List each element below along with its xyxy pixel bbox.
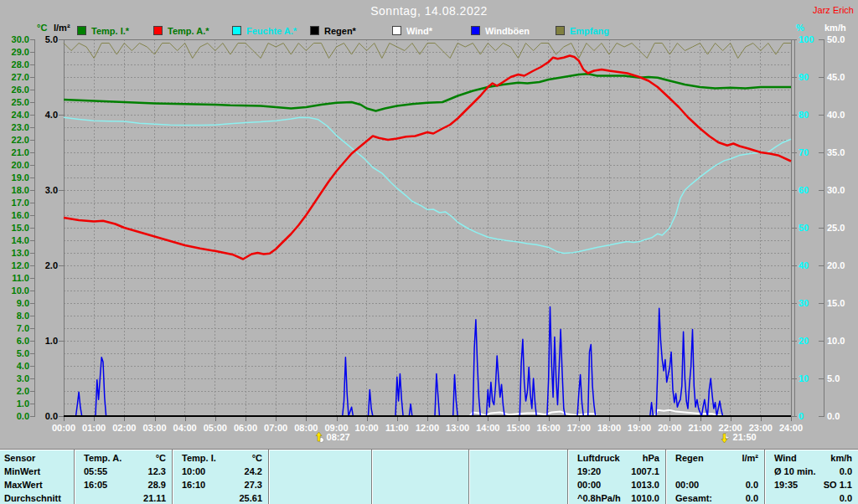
table-cell-row: Ø 10 min.0.0 xyxy=(765,465,858,478)
table-cell-row: 0.0 xyxy=(765,491,858,504)
cell-time: 19:35 xyxy=(774,478,798,491)
table-column-regen: Regenl/m²00:000.0Gesamt:0.0 xyxy=(665,450,764,504)
humidity-axis-tick: 100 xyxy=(799,34,819,45)
temp-axis-tick: 24.0 xyxy=(2,110,29,121)
x-axis-tick: 19:00 xyxy=(623,423,656,433)
table-row-label: Sensor xyxy=(0,451,74,465)
temp-axis-tick: 3.0 xyxy=(2,373,29,384)
legend-label: Windböen xyxy=(485,26,530,36)
weather-station-screen: Sonntag, 14.08.2022 Jarz Erich °C l/m² %… xyxy=(0,0,858,504)
column-unit: °C xyxy=(156,451,166,465)
temp-axis-tick: 27.0 xyxy=(2,72,29,83)
table-cell-row xyxy=(666,465,764,478)
table-column-header: Regenl/m² xyxy=(666,451,764,465)
column-unit: l/m² xyxy=(742,451,758,465)
legend-swatch-icon xyxy=(310,26,319,35)
table-column-header: Temp. A.°C xyxy=(75,451,172,465)
wind-axis-tick: 25.0 xyxy=(827,223,852,234)
table-cell-row xyxy=(469,465,567,478)
wind-axis-tick: 10.0 xyxy=(827,336,852,347)
table-column-header xyxy=(372,451,468,465)
temp-axis-tick: 25.0 xyxy=(2,97,29,108)
temp-axis-tick: 26.0 xyxy=(2,85,29,95)
temp-axis-tick: 6.0 xyxy=(2,336,29,347)
table-cell-row: 00:000.0 xyxy=(666,478,764,491)
page-title: Sonntag, 14.08.2022 xyxy=(0,4,858,18)
wind-axis-tick: 15.0 xyxy=(827,298,852,309)
right-axis-unit-percent: % xyxy=(796,23,804,33)
cell-time: Ø 10 min. xyxy=(774,465,816,478)
cell-time: 00:00 xyxy=(577,478,601,491)
cell-value: 0.0 xyxy=(746,491,758,504)
table-column-wind: Windkm/hØ 10 min.0.019:35SO 1.10.0 xyxy=(764,450,858,504)
temp-axis-tick: 11.0 xyxy=(2,273,29,284)
x-axis-tick: 10:00 xyxy=(350,423,384,433)
x-axis-tick: 13:00 xyxy=(441,423,474,433)
x-axis-tick: 07:00 xyxy=(259,423,292,433)
humidity-axis-tick: 20 xyxy=(799,336,819,347)
wind-axis-tick: 5.0 xyxy=(827,373,852,384)
sunrise-marker: 08:27 xyxy=(315,432,350,443)
legend-item-empfang: Empfang xyxy=(556,25,609,36)
table-column-header xyxy=(469,451,567,465)
temp-axis-tick: 12.0 xyxy=(2,260,29,271)
rain-axis-tick: 4.0 xyxy=(39,110,58,121)
table-cell-row xyxy=(269,478,371,491)
table-cell-row: 00:001013.0 xyxy=(568,478,665,491)
temp-axis-tick: 29.0 xyxy=(2,47,29,58)
x-axis-tick: 11:00 xyxy=(380,423,414,433)
cell-time: 16:10 xyxy=(182,478,205,491)
cell-time: 19:20 xyxy=(577,465,601,478)
rain-axis-tick: 5.0 xyxy=(39,34,58,45)
temp-axis-tick: 17.0 xyxy=(2,198,29,208)
table-cell-row: Gesamt:0.0 xyxy=(666,491,764,504)
x-axis-tick: 17:00 xyxy=(562,423,596,433)
humidity-axis-tick: 60 xyxy=(799,185,819,196)
temp-axis-tick: 18.0 xyxy=(2,185,29,196)
cell-value: 27.3 xyxy=(245,478,262,491)
cell-value: 0.0 xyxy=(746,478,758,491)
x-axis-tick: 03:00 xyxy=(138,423,172,433)
column-unit: km/h xyxy=(830,451,852,465)
temp-axis-tick: 15.0 xyxy=(2,223,29,234)
cell-value: 12.3 xyxy=(148,465,166,478)
humidity-axis-tick: 80 xyxy=(799,110,819,121)
table-cell-row xyxy=(372,491,468,504)
temp-axis-tick: 23.0 xyxy=(2,122,29,133)
temp-axis-tick: 22.0 xyxy=(2,135,29,146)
legend-swatch-icon xyxy=(556,26,565,35)
temp-axis-tick: 0.0 xyxy=(2,411,29,422)
cell-time: 05:55 xyxy=(84,465,107,478)
table-cell-row: 21.11 xyxy=(75,491,172,504)
legend-item-regen: Regen* xyxy=(310,25,356,36)
left-axis-unit-lm2: l/m² xyxy=(54,23,70,33)
temp-axis-tick: 20.0 xyxy=(2,160,29,171)
x-axis-tick: 05:00 xyxy=(199,423,232,433)
wind-axis-tick: 45.0 xyxy=(827,72,852,83)
table-column-tempi: Temp. I.°C10:0024.216:1027.325.61 xyxy=(172,450,268,504)
wind-axis-tick: 0.0 xyxy=(827,411,852,422)
temp-axis-tick: 5.0 xyxy=(2,348,29,359)
x-axis-tick: 06:00 xyxy=(229,423,262,433)
temp-axis-tick: 19.0 xyxy=(2,172,29,183)
temp-axis-tick: 7.0 xyxy=(2,323,29,334)
x-axis-tick: 18:00 xyxy=(592,423,626,433)
temp-axis-tick: 1.0 xyxy=(2,399,29,409)
column-unit: °C xyxy=(252,451,262,465)
table-column-header xyxy=(269,451,371,465)
table-row-label: Durchschnitt xyxy=(0,491,74,504)
table-row-label: MaxWert xyxy=(0,478,74,491)
humidity-axis-tick: 70 xyxy=(799,147,819,158)
rain-axis-tick: 2.0 xyxy=(39,260,58,271)
column-title: Wind xyxy=(774,451,797,465)
wind-axis-tick: 20.0 xyxy=(827,260,852,271)
temp-axis-tick: 21.0 xyxy=(2,147,29,158)
x-axis-tick: 00:00 xyxy=(47,423,80,433)
legend-swatch-icon xyxy=(153,26,163,35)
x-axis-tick: 24:00 xyxy=(774,423,808,433)
table-column-header: Temp. I.°C xyxy=(173,451,268,465)
legend-item-tempa: Temp. A.* xyxy=(153,25,209,36)
sunrise-time: 08:27 xyxy=(327,432,350,442)
cell-time: 16:05 xyxy=(84,478,107,491)
humidity-axis-tick: 90 xyxy=(799,72,819,83)
